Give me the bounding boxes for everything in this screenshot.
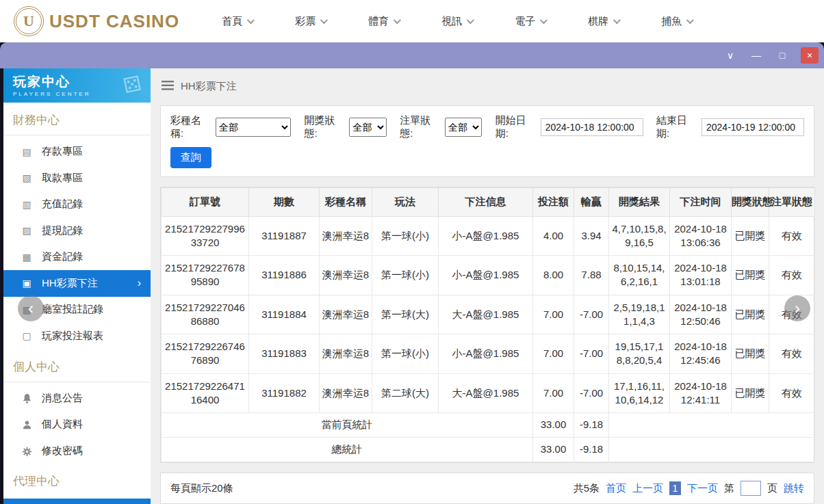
sidebar: 玩家中心 PLAYERS CENTER ⚄ 財務中心 ▤ 存款專區 ▧ 取款專區… bbox=[3, 68, 151, 504]
lottery-name-select[interactable]: 全部 bbox=[216, 118, 291, 137]
nav-item-slots[interactable]: 電子 bbox=[515, 15, 545, 28]
grand-total-row: 總統計 33.00 -9.18 bbox=[162, 438, 815, 462]
deposit-icon: ▤ bbox=[20, 146, 34, 157]
chevron-down-icon bbox=[247, 16, 255, 24]
cell-play: 第一球(大) bbox=[372, 295, 439, 334]
cell-time: 2024-10-18 12:50:46 bbox=[670, 295, 732, 334]
cell-result: 2,5,19,18,11,1,4,3 bbox=[609, 295, 670, 334]
cell-win: -7.00 bbox=[574, 373, 609, 413]
nav-item-sports[interactable]: 體育 bbox=[368, 15, 399, 28]
order-status-select[interactable]: 全部 bbox=[445, 118, 482, 137]
chevron-down-icon bbox=[540, 16, 548, 24]
collapse-button[interactable]: ∨ bbox=[723, 47, 738, 64]
cell-period: 31191887 bbox=[249, 216, 320, 256]
page-total-empty bbox=[609, 413, 815, 438]
minimize-button[interactable]: — bbox=[749, 47, 764, 64]
next-page-link[interactable]: 下一页 bbox=[687, 482, 718, 495]
cell-play: 第一球(小) bbox=[372, 216, 439, 256]
cell-time: 2024-10-18 13:01:18 bbox=[670, 256, 732, 295]
grand-total-amount: 33.00 bbox=[533, 438, 574, 462]
sidebar-item-label: 消息公告 bbox=[42, 392, 83, 405]
sidebar-item-deposit[interactable]: ▤ 存款專區 bbox=[3, 138, 151, 165]
cell-bet-info: 小-A盤@1.985 bbox=[439, 334, 533, 374]
breadcrumb: HH彩票下注 bbox=[151, 68, 824, 105]
sidebar-item-label: 廳室投註記錄 bbox=[42, 303, 103, 316]
cell-period: 31191884 bbox=[249, 295, 320, 334]
nav-label: 電子 bbox=[515, 15, 535, 28]
sidebar-item-label: HH彩票下注 bbox=[42, 277, 98, 290]
nav-item-lottery[interactable]: 彩票 bbox=[295, 15, 326, 28]
page-number-input[interactable] bbox=[741, 481, 761, 496]
cell-draw-status: 已開獎 bbox=[732, 373, 769, 413]
cell-order-no: 2152172922647116400 bbox=[162, 373, 249, 413]
cell-play: 第二球(大) bbox=[372, 373, 439, 413]
page-total-label: 當前頁統計 bbox=[162, 413, 533, 438]
table-row: 2152172922704686880 31191884 澳洲幸运8 第一球(大… bbox=[162, 295, 815, 334]
page-suffix-label: 页 bbox=[767, 482, 777, 495]
cell-amount: 7.00 bbox=[533, 295, 574, 334]
cell-lottery: 澳洲幸运8 bbox=[320, 256, 372, 295]
section-personal-center: 個人中心 bbox=[3, 349, 151, 382]
end-date-input[interactable] bbox=[701, 118, 804, 136]
withdraw-records-icon: ▨ bbox=[20, 225, 34, 236]
app-body: 玩家中心 PLAYERS CENTER ⚄ 財務中心 ▤ 存款專區 ▧ 取款專區… bbox=[0, 68, 824, 504]
per-page-label: 每頁顯示20條 bbox=[170, 482, 233, 495]
sidebar-item-recharge-records[interactable]: ▥ 充值記錄 bbox=[3, 191, 151, 217]
cell-time: 2024-10-18 13:06:36 bbox=[670, 216, 732, 256]
hamburger-menu-icon[interactable] bbox=[162, 81, 174, 92]
brand[interactable]: U USDT CASINO bbox=[14, 6, 179, 36]
carousel-left-arrow-icon[interactable]: ‹ bbox=[18, 295, 44, 321]
first-page-link[interactable]: 首页 bbox=[606, 482, 626, 495]
sidebar-item-player-bet-report[interactable]: ▢ 玩家投注報表 bbox=[3, 323, 151, 349]
table-row: 2152172922647116400 31191882 澳洲幸运8 第二球(大… bbox=[162, 373, 815, 413]
nav-item-live[interactable]: 視訊 bbox=[441, 15, 472, 28]
cell-result: 8,10,15,14,6,2,16,1 bbox=[609, 256, 670, 295]
sidebar-item-label: 取款專區 bbox=[42, 172, 83, 185]
current-page-indicator: 1 bbox=[669, 481, 681, 495]
bets-table: 訂單號 期數 彩種名稱 玩法 下注信息 投注額 輸贏 開獎結果 下注时间 開獎狀… bbox=[161, 187, 815, 463]
cell-bet-info: 大-A盤@1.985 bbox=[439, 295, 533, 334]
nav-label: 彩票 bbox=[295, 15, 316, 28]
nav-item-home[interactable]: 首頁 bbox=[222, 15, 253, 28]
close-button[interactable]: × bbox=[801, 47, 819, 64]
maximize-button[interactable]: □ bbox=[775, 47, 790, 64]
cell-order-status: 有效 bbox=[769, 256, 815, 295]
jump-link[interactable]: 跳转 bbox=[784, 482, 804, 495]
bell-icon bbox=[20, 393, 34, 404]
sidebar-item-hh-lottery-bets[interactable]: ▣ HH彩票下注 › bbox=[3, 270, 151, 297]
sidebar-item-profile[interactable]: 個人資料 bbox=[3, 411, 151, 438]
sidebar-item-label: 提現記錄 bbox=[42, 224, 83, 237]
table-row: 2152172922767895890 31191886 澳洲幸运8 第一球(小… bbox=[162, 256, 815, 295]
withdraw-icon: ▧ bbox=[20, 172, 34, 183]
sidebar-item-withdraw[interactable]: ▧ 取款專區 bbox=[3, 165, 151, 191]
sidebar-item-announcements[interactable]: 消息公告 bbox=[3, 385, 151, 412]
sidebar-item-label: 玩家投注報表 bbox=[42, 330, 103, 343]
draw-status-select[interactable]: 全部 bbox=[349, 118, 386, 137]
page-total-amount: 33.00 bbox=[533, 413, 574, 438]
sidebar-item-fund-records[interactable]: ▦ 資金記錄 bbox=[3, 244, 151, 271]
page-title: HH彩票下注 bbox=[181, 80, 237, 93]
page-prefix-label: 第 bbox=[724, 482, 734, 495]
nav-item-cards[interactable]: 棋牌 bbox=[588, 15, 619, 28]
lottery-name-label: 彩種名稱: bbox=[170, 114, 211, 140]
col-order-status: 注單狀態 bbox=[769, 187, 815, 216]
start-date-input[interactable] bbox=[541, 118, 643, 136]
usdt-casino-logo-icon: U bbox=[14, 6, 44, 36]
nav-item-fishing[interactable]: 捕魚 bbox=[661, 15, 692, 28]
cell-play: 第一球(小) bbox=[372, 256, 439, 295]
sidebar-item-withdraw-records[interactable]: ▨ 提現記錄 bbox=[3, 217, 151, 244]
col-period: 期數 bbox=[249, 187, 320, 216]
prev-page-link[interactable]: 上一页 bbox=[632, 482, 663, 495]
start-date-label: 開始日期: bbox=[495, 114, 537, 140]
chevron-down-icon bbox=[320, 16, 328, 24]
cell-lottery: 澳洲幸运8 bbox=[320, 334, 372, 374]
cell-result: 17,1,16,11,10,6,14,12 bbox=[609, 373, 670, 413]
nav-label: 視訊 bbox=[441, 15, 462, 28]
sidebar-item-change-password[interactable]: 修改密碼 bbox=[3, 438, 151, 464]
end-date-label: 結束日期: bbox=[656, 114, 697, 140]
query-button[interactable]: 查詢 bbox=[170, 147, 211, 168]
carousel-right-arrow-icon[interactable]: › bbox=[784, 295, 810, 321]
chevron-down-icon bbox=[686, 16, 694, 24]
cell-win: 3.94 bbox=[574, 216, 609, 256]
section-agent-center: 代理中心 bbox=[3, 464, 151, 496]
